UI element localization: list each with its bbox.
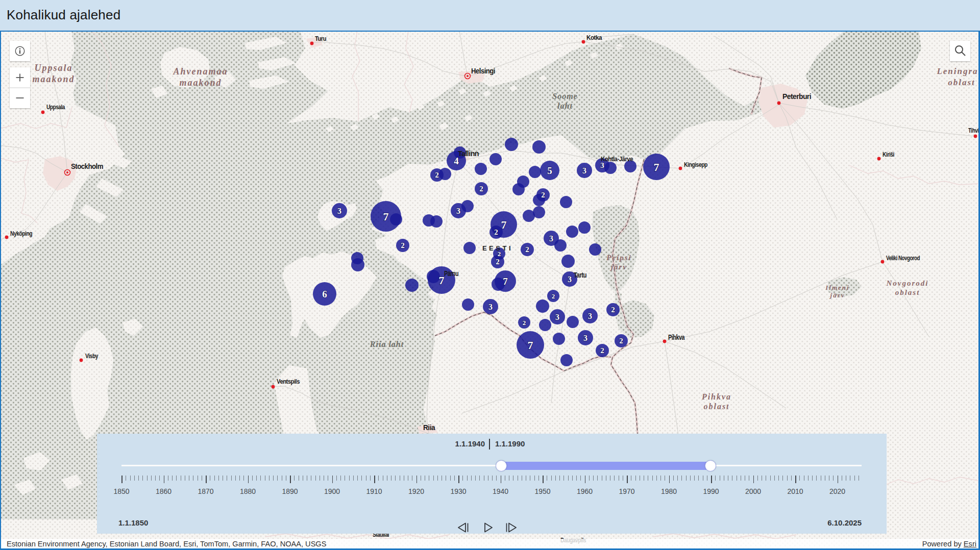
svg-text:2: 2 <box>541 191 545 199</box>
svg-text:Visby: Visby <box>85 352 99 360</box>
svg-text:7: 7 <box>383 210 389 223</box>
svg-text:Riia laht: Riia laht <box>370 340 404 348</box>
svg-text:Veliki Novgorod: Veliki Novgorod <box>886 255 920 262</box>
svg-text:Riia: Riia <box>423 423 435 432</box>
svg-text:EESTI: EESTI <box>482 244 513 252</box>
svg-text:Soome: Soome <box>552 92 577 101</box>
svg-text:järv: järv <box>610 263 627 271</box>
svg-text:Pärnu: Pärnu <box>444 269 458 278</box>
svg-text:Peipsi: Peipsi <box>606 254 632 262</box>
svg-text:Ventspils: Ventspils <box>277 378 300 385</box>
svg-text:3: 3 <box>488 303 493 311</box>
svg-text:2: 2 <box>494 228 498 236</box>
svg-text:2: 2 <box>525 245 529 254</box>
svg-text:7: 7 <box>528 339 533 352</box>
svg-text:2: 2 <box>435 171 439 179</box>
svg-text:3: 3 <box>583 334 587 342</box>
svg-text:Kingisepp: Kingisepp <box>684 161 708 168</box>
svg-text:Peterburi: Peterburi <box>782 92 811 101</box>
svg-text:3: 3 <box>549 234 553 243</box>
svg-text:Kotka: Kotka <box>586 34 602 41</box>
svg-text:Pihkva: Pihkva <box>668 333 685 341</box>
svg-text:Helsingi: Helsingi <box>471 66 495 75</box>
svg-text:3: 3 <box>555 313 559 321</box>
svg-text:Kohtla-Järve: Kohtla-Järve <box>601 155 633 163</box>
svg-text:Leningra: Leningra <box>936 66 978 76</box>
svg-text:7: 7 <box>654 161 659 173</box>
svg-text:2: 2 <box>479 185 483 193</box>
svg-text:järv: järv <box>829 291 845 299</box>
svg-text:Uppsala: Uppsala <box>34 63 72 73</box>
svg-text:2: 2 <box>552 292 555 300</box>
svg-text:3: 3 <box>456 207 460 215</box>
svg-text:3: 3 <box>337 207 341 215</box>
svg-text:laht: laht <box>557 102 573 110</box>
svg-text:Pihkva: Pihkva <box>701 392 731 401</box>
svg-text:2: 2 <box>496 258 500 266</box>
svg-text:5: 5 <box>547 165 552 176</box>
svg-text:3: 3 <box>588 312 592 320</box>
svg-text:7: 7 <box>439 274 445 287</box>
svg-text:2: 2 <box>523 319 526 327</box>
svg-text:Uppsala: Uppsala <box>46 103 65 111</box>
svg-text:Tallinn: Tallinn <box>458 149 479 158</box>
svg-text:Stockholm: Stockholm <box>71 162 103 170</box>
svg-text:2: 2 <box>619 337 623 345</box>
svg-text:3: 3 <box>582 166 586 175</box>
svg-text:3: 3 <box>568 275 572 284</box>
svg-text:Nyköping: Nyköping <box>10 230 33 237</box>
svg-text:oblast: oblast <box>895 288 920 296</box>
svg-text:oblast: oblast <box>703 402 729 411</box>
svg-text:Ilmeni: Ilmeni <box>825 284 849 291</box>
svg-text:2: 2 <box>401 241 405 249</box>
svg-text:Ahvenamaa: Ahvenamaa <box>173 66 228 77</box>
svg-text:2: 2 <box>600 346 604 355</box>
svg-text:2: 2 <box>611 306 615 314</box>
svg-text:7: 7 <box>503 276 508 287</box>
svg-text:Turu: Turu <box>315 35 327 42</box>
svg-text:Novgorodi: Novgorodi <box>886 279 929 287</box>
svg-text:oblast: oblast <box>948 78 975 87</box>
svg-text:6: 6 <box>322 289 327 299</box>
svg-text:7: 7 <box>501 218 507 231</box>
svg-text:Kiriši: Kiriši <box>883 151 894 158</box>
svg-text:Tartu: Tartu <box>574 271 586 279</box>
svg-text:maakond: maakond <box>32 74 75 84</box>
svg-text:maakond: maakond <box>179 78 222 88</box>
